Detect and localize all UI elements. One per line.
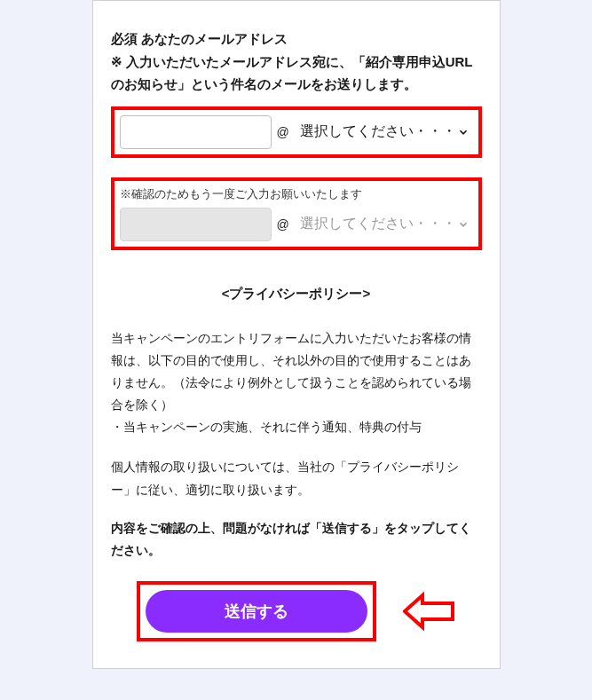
email-confirm-highlight: ※確認のためもう一度ご入力お願いいたします @ 選択してください・・・ [111, 177, 482, 250]
privacy-policy-body: 当キャンペーンのエントリフォームに入力いただいたお客様の情報は、以下の目的で使用… [111, 327, 482, 439]
at-sign: @ [277, 125, 289, 139]
arrow-left-icon [403, 591, 456, 632]
email-local-input[interactable] [120, 115, 272, 149]
email-confirm-row: @ 選択してください・・・ [120, 208, 473, 241]
chevron-down-icon [457, 218, 470, 231]
email-input-highlight: @ 選択してください・・・ [111, 106, 482, 158]
submit-instruction: 内容をご確認の上、問題がなければ「送信する」をタップしてください。 [111, 517, 482, 562]
at-sign-confirm: @ [277, 217, 289, 232]
email-row: @ 選択してください・・・ [120, 115, 473, 149]
domain-placeholder: 選択してください・・・ [300, 122, 456, 141]
email-confirm-local-input[interactable] [120, 208, 272, 241]
submit-button[interactable]: 送信する [146, 590, 367, 633]
privacy-policy-note: 個人情報の取り扱いについては、当社の「プライバシーポリシー」に従い、適切に取り扱… [111, 456, 482, 500]
email-confirm-domain-select[interactable]: 選択してください・・・ [295, 208, 473, 241]
form-container: 必須 あなたのメールアドレス ※ 入力いただいたメールアドレス宛に、「紹介専用申… [92, 0, 501, 669]
domain-confirm-placeholder: 選択してください・・・ [300, 215, 456, 233]
email-label-block: 必須 あなたのメールアドレス ※ 入力いただいたメールアドレス宛に、「紹介専用申… [111, 28, 482, 96]
privacy-policy-title: <プライバシーポリシー> [111, 286, 482, 303]
submit-highlight: 送信する [137, 581, 376, 641]
email-confirm-label: ※確認のためもう一度ご入力お願いいたします [120, 186, 473, 202]
email-domain-select[interactable]: 選択してください・・・ [295, 115, 473, 149]
submit-area: 送信する [111, 581, 482, 641]
required-tag: 必須 [111, 31, 138, 46]
field-description: ※ 入力いただいたメールアドレス宛に、「紹介専用申込URLのお知らせ」という件名… [111, 54, 473, 92]
chevron-down-icon [457, 126, 470, 138]
field-title: あなたのメールアドレス [141, 31, 288, 46]
